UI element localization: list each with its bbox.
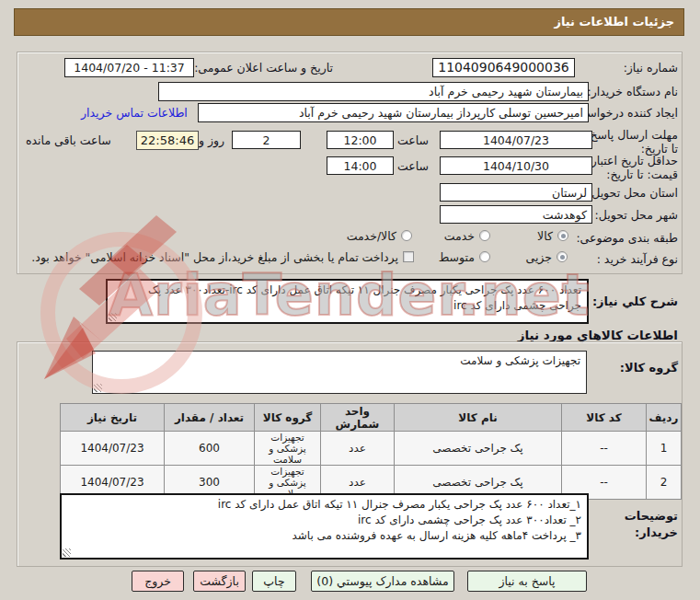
need-number-field[interactable]: 1104090649000036 [432,58,575,77]
radio-goods-service-label: کالا/خدمت [347,229,396,243]
need-details-page: { "header": { "title": "جزئیات اطلاعات ن… [0,0,700,600]
request-creator-field[interactable]: امیرحسین توسلی کارپرداز بیمارستان شهید ر… [198,103,589,122]
goods-group-textarea[interactable]: تجهیزات پزشکی و سلامت [92,351,587,394]
goods-group-label: گروه کالا: [620,361,678,375]
radio-goods-service-icon[interactable] [401,230,412,241]
buyer-name-field[interactable]: بیمارستان شهید رحیمی خرم آباد [158,82,589,101]
col-group: گروه کالا [255,404,321,432]
col-item-code: کد کالا [562,404,647,432]
cell-need-date: 1404/07/23 [61,432,165,466]
treasury-checkbox[interactable] [403,251,414,262]
remaining-hours-label: ساعت باقی مانده [26,133,111,147]
cell-row-number: 1 [647,432,682,466]
validity-date-field[interactable]: 1404/10/30 [440,156,592,175]
view-attachments-button[interactable]: مشاهده مدارک پیوستي (0) [311,571,454,592]
buyer-name-label: نام دستگاه خریدار: [588,85,678,98]
need-description-label: شرح کلي نیاز: [592,294,678,308]
cell-item-name: پک جراحی تخصصی [395,432,562,466]
radio-medium-label: متوسط [439,250,475,264]
need-description-textarea[interactable]: تعداد ۶۰۰ عدد پک جراحی یکبار مصرف جنرال … [106,279,589,324]
radio-partial-label: جزیی [525,250,552,264]
validity-hour-label: ساعت [397,159,429,173]
col-row-number: ردیف [647,404,682,432]
cell-row-number: 2 [647,466,682,500]
table-row: 1 -- پک جراحی تخصصی عدد تجهیزات پزشکی و … [61,432,682,466]
delivery-province-field[interactable]: لرستان [440,183,592,202]
radio-service-label: خدمت [444,229,475,243]
goods-table: ردیف کد کالا نام کالا واحد شمارش گروه کا… [60,403,682,500]
remaining-days-field[interactable]: 2 [232,131,301,149]
print-button[interactable]: چاپ [252,571,296,592]
note-line: ۲_ تعداد۳۰۰ عدد پک جراحی چشمی دارای کد i… [67,513,581,528]
deadline-hour-label: ساعت [397,133,429,147]
buyer-contact-link[interactable]: اطلاعات تماس خریدار [81,106,188,120]
days-and-label: روز و [199,133,224,147]
treasury-checkbox-row[interactable]: پرداخت تمام یا بخشی از مبلغ خرید،از محل … [31,250,414,263]
note-line: ۳_ پرداخت ۴ماهه کلیه هزینه ارسال به عهده… [67,528,581,544]
radio-partial-icon[interactable] [557,251,568,262]
col-unit: واحد شمارش [321,404,395,432]
cell-group: تجهیزات پزشکی و سلامت [255,432,321,466]
remaining-time-badge: 22:58:46 [136,131,199,150]
radio-goods-icon[interactable] [557,230,568,241]
respond-to-need-button[interactable]: پاسخ به نیاز [467,571,587,592]
treasury-checkbox-label: پرداخت تمام یا بخشی از مبلغ خرید،از محل … [31,250,398,264]
radio-service[interactable]: خدمت [444,229,490,242]
deadline-date-field[interactable]: 1404/07/23 [440,131,592,149]
note-line: ۱_تعداد ۶۰۰ عدد پک جراحی یکبار مصرف جنرا… [67,497,581,513]
delivery-city-label: شهر محل تحویل: [595,208,678,222]
response-deadline-label: مهلت ارسال پاسخ: تا تاریخ: [579,128,678,156]
back-button[interactable]: بازگشت [193,571,246,592]
exit-button[interactable]: خروج [132,571,184,592]
radio-service-icon[interactable] [479,230,490,241]
announce-datetime-field[interactable]: 1404/07/20 - 11:37 [64,58,194,77]
cell-unit: عدد [321,432,395,466]
radio-goods[interactable]: کالا [537,229,568,242]
announce-datetime-label: تاریخ و ساعت اعلان عمومی: [194,61,333,75]
goods-section-title: اطلاعات کالاهاي مورد نیاز [518,328,678,342]
buyer-notes-label: توضیحات خریدار: [612,508,678,541]
radio-medium-icon[interactable] [479,251,490,262]
radio-medium[interactable]: متوسط [439,250,490,263]
cell-quantity: 600 [165,432,255,466]
deadline-time-field[interactable]: 12:00 [327,131,394,149]
radio-goods-service[interactable]: کالا/خدمت [347,229,412,242]
col-quantity: تعداد / مقدار [165,404,255,432]
need-number-label: شماره نیاز: [624,61,678,75]
radio-goods-label: کالا [537,229,553,243]
classification-label: طبقه بندی موضوعی: [576,231,678,245]
goods-table-header-row: ردیف کد کالا نام کالا واحد شمارش گروه کا… [61,404,682,432]
process-type-label: نوع فرآیند خرید : [597,252,678,266]
page-title: جزئیات اطلاعات نیاز [14,8,684,36]
col-item-name: نام کالا [395,404,562,432]
delivery-province-label: استان محل تحویل: [588,186,678,200]
cell-item-code: -- [562,432,647,466]
radio-partial[interactable]: جزیی [525,250,568,263]
delivery-city-field[interactable]: کوهدشت [440,205,592,224]
buyer-notes-textarea[interactable]: ۱_تعداد ۶۰۰ عدد پک جراحی یکبار مصرف جنرا… [60,493,589,560]
validity-time-field[interactable]: 14:00 [327,156,394,175]
col-need-date: تاریخ نیاز [61,404,165,432]
